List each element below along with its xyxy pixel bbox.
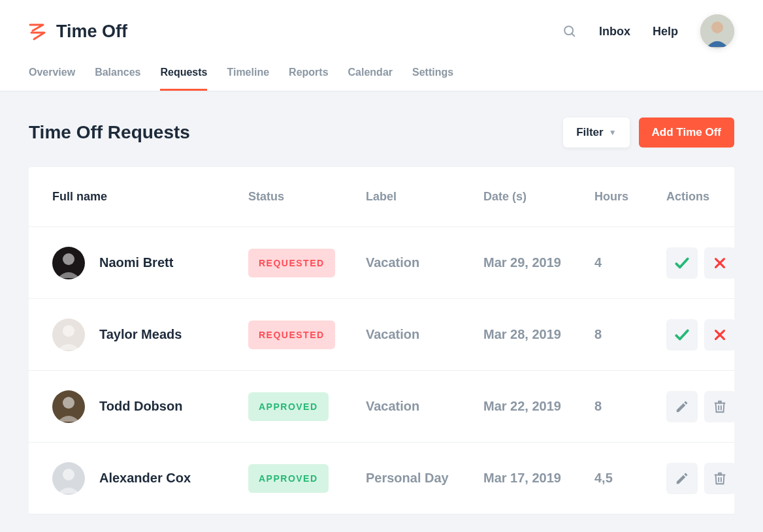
hours-cell: 8 xyxy=(594,399,666,414)
table-row: Alexander CoxAPPROVEDPersonal DayMar 17,… xyxy=(29,443,734,514)
status-cell: APPROVED xyxy=(248,464,366,493)
column-header: Label xyxy=(366,190,483,204)
pencil-icon xyxy=(675,399,689,414)
reject-button[interactable] xyxy=(704,319,736,351)
filter-label: Filter xyxy=(576,126,604,139)
pencil-icon xyxy=(675,471,689,486)
table-body: Naomi BrettREQUESTEDVacationMar 29, 2019… xyxy=(29,227,734,514)
name-cell: Naomi Brett xyxy=(52,247,248,279)
page-body: Time Off Requests Filter ▼ Add Time Off … xyxy=(0,91,763,532)
close-icon xyxy=(713,256,727,270)
reject-button[interactable] xyxy=(704,247,736,279)
table-header: Full nameStatusLabelDate (s)HoursActions xyxy=(29,167,734,227)
status-cell: REQUESTED xyxy=(248,321,366,349)
svg-point-5 xyxy=(63,253,74,265)
row-avatar xyxy=(52,247,85,279)
header-actions: Filter ▼ Add Time Off xyxy=(563,117,734,148)
topbar-right: Inbox Help xyxy=(562,14,734,48)
search-icon[interactable] xyxy=(562,24,577,39)
column-header: Hours xyxy=(594,190,666,204)
tabs: OverviewBalancesRequestsTimelineReportsC… xyxy=(0,48,763,91)
check-icon xyxy=(674,326,690,343)
trash-icon xyxy=(713,399,727,414)
check-icon xyxy=(674,255,690,272)
name-cell: Todd Dobson xyxy=(52,390,248,423)
page-header: Time Off Requests Filter ▼ Add Time Off xyxy=(29,117,734,148)
column-header: Status xyxy=(248,190,366,204)
name-cell: Taylor Meads xyxy=(52,319,248,351)
trash-icon xyxy=(713,471,727,486)
app-logo-icon xyxy=(29,23,46,40)
tab-overview[interactable]: Overview xyxy=(29,67,75,91)
close-icon xyxy=(713,328,727,342)
row-name: Todd Dobson xyxy=(99,399,182,414)
status-badge: APPROVED xyxy=(248,392,329,421)
topbar: Time Off Inbox Help xyxy=(0,0,763,48)
tab-calendar[interactable]: Calendar xyxy=(348,67,393,91)
status-badge: REQUESTED xyxy=(248,321,335,349)
status-cell: APPROVED xyxy=(248,392,366,421)
row-avatar xyxy=(52,390,85,423)
table-row: Naomi BrettREQUESTEDVacationMar 29, 2019… xyxy=(29,227,734,299)
add-label: Add Time Off xyxy=(652,126,721,139)
date-cell: Mar 17, 2019 xyxy=(483,471,594,486)
edit-button[interactable] xyxy=(666,463,698,494)
status-badge: APPROVED xyxy=(248,464,329,493)
column-header: Actions xyxy=(666,190,758,204)
row-avatar xyxy=(52,319,85,351)
table-row: Taylor MeadsREQUESTEDVacationMar 28, 201… xyxy=(29,299,734,371)
brand: Time Off xyxy=(29,22,127,42)
label-cell: Vacation xyxy=(366,327,483,342)
row-avatar xyxy=(52,462,85,495)
user-avatar[interactable] xyxy=(700,14,734,48)
svg-point-3 xyxy=(711,22,723,33)
table-row: Todd DobsonAPPROVEDVacationMar 22, 20198 xyxy=(29,371,734,443)
page-title: Time Off Requests xyxy=(29,122,190,143)
help-link[interactable]: Help xyxy=(653,25,678,39)
date-cell: Mar 22, 2019 xyxy=(483,399,594,414)
label-cell: Personal Day xyxy=(366,471,483,486)
svg-point-17 xyxy=(63,469,74,480)
row-name: Taylor Meads xyxy=(99,327,182,342)
approve-button[interactable] xyxy=(666,319,698,351)
actions-cell xyxy=(666,247,758,279)
filter-button[interactable]: Filter ▼ xyxy=(563,117,629,148)
approve-button[interactable] xyxy=(666,247,698,279)
svg-point-9 xyxy=(63,325,74,337)
app-title: Time Off xyxy=(56,22,127,42)
actions-cell xyxy=(666,463,758,494)
svg-line-1 xyxy=(572,33,574,36)
hours-cell: 4,5 xyxy=(594,471,666,486)
name-cell: Alexander Cox xyxy=(52,462,248,495)
requests-table: Full nameStatusLabelDate (s)HoursActions… xyxy=(29,167,734,514)
hours-cell: 8 xyxy=(594,327,666,342)
edit-button[interactable] xyxy=(666,391,698,422)
tab-reports[interactable]: Reports xyxy=(289,67,328,91)
column-header: Date (s) xyxy=(483,190,594,204)
delete-button[interactable] xyxy=(704,391,736,422)
delete-button[interactable] xyxy=(704,463,736,494)
actions-cell xyxy=(666,391,758,422)
inbox-link[interactable]: Inbox xyxy=(599,25,630,39)
row-name: Naomi Brett xyxy=(99,255,173,270)
date-cell: Mar 28, 2019 xyxy=(483,327,594,342)
label-cell: Vacation xyxy=(366,255,483,270)
tab-settings[interactable]: Settings xyxy=(412,67,453,91)
row-name: Alexander Cox xyxy=(99,471,191,486)
chevron-down-icon: ▼ xyxy=(609,128,617,137)
tab-timeline[interactable]: Timeline xyxy=(227,67,269,91)
status-badge: REQUESTED xyxy=(248,249,335,277)
svg-point-13 xyxy=(63,397,74,409)
tab-balances[interactable]: Balances xyxy=(95,67,140,91)
add-time-off-button[interactable]: Add Time Off xyxy=(639,117,734,148)
actions-cell xyxy=(666,319,758,351)
label-cell: Vacation xyxy=(366,399,483,414)
hours-cell: 4 xyxy=(594,255,666,270)
status-cell: REQUESTED xyxy=(248,249,366,277)
date-cell: Mar 29, 2019 xyxy=(483,255,594,270)
tab-requests[interactable]: Requests xyxy=(160,67,207,91)
column-header: Full name xyxy=(52,190,248,204)
